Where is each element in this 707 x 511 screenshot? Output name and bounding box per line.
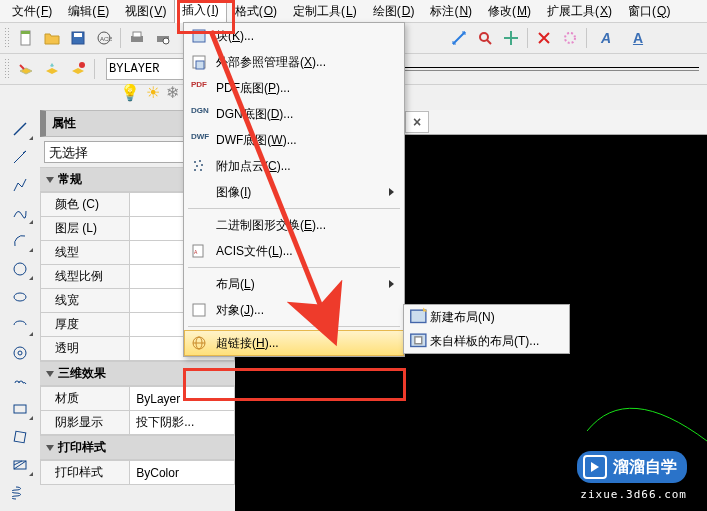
- svg-point-9: [163, 38, 169, 44]
- svg-rect-47: [415, 337, 422, 344]
- svg-rect-23: [14, 431, 26, 443]
- svg-rect-45: [411, 310, 426, 322]
- group-3d[interactable]: 三维效果: [40, 361, 235, 386]
- close-tab-button[interactable]: ×: [405, 111, 429, 133]
- submenu-arrow-icon: [389, 280, 394, 288]
- svg-point-36: [201, 164, 203, 166]
- object-icon: [188, 299, 210, 321]
- delete-icon[interactable]: [532, 26, 556, 50]
- helix-tool-icon[interactable]: [5, 480, 35, 506]
- svg-point-14: [79, 62, 85, 68]
- menu-file[interactable]: 文件(F): [4, 0, 60, 23]
- svg-rect-22: [14, 405, 26, 413]
- svg-rect-41: [193, 304, 205, 316]
- svg-rect-30: [193, 30, 205, 42]
- ellipse-tool-icon[interactable]: [5, 284, 35, 310]
- zoom-icon[interactable]: [473, 26, 497, 50]
- svg-point-19: [14, 293, 26, 301]
- menu-ext-tools[interactable]: 扩展工具(X): [539, 0, 620, 23]
- dwf-icon: DWF: [188, 129, 210, 151]
- save-icon[interactable]: [66, 26, 90, 50]
- svg-rect-7: [133, 32, 141, 37]
- svg-line-15: [14, 123, 26, 135]
- menu-item-pdf[interactable]: PDF PDF底图(P)...: [184, 75, 404, 101]
- polyline-tool-icon[interactable]: [5, 172, 35, 198]
- menu-window[interactable]: 窗口(Q): [620, 0, 678, 23]
- line-tool-icon[interactable]: [5, 116, 35, 142]
- ellipse-arc-tool-icon[interactable]: [5, 312, 35, 338]
- menu-item-block[interactable]: 块(K)...: [184, 23, 404, 49]
- pan-icon[interactable]: [499, 26, 523, 50]
- print-icon[interactable]: [125, 26, 149, 50]
- toolbar-grip[interactable]: [4, 27, 10, 49]
- submenu-new-layout[interactable]: 新建布局(N): [404, 305, 569, 329]
- menu-view[interactable]: 视图(V): [117, 0, 174, 23]
- menu-modify[interactable]: 修改(M): [480, 0, 539, 23]
- arc-tool-icon[interactable]: [5, 228, 35, 254]
- text-underline-icon[interactable]: A: [623, 26, 653, 50]
- menu-item-layout[interactable]: 布局(L): [184, 271, 404, 297]
- submenu-arrow-icon: [389, 188, 394, 196]
- menu-item-hyperlink[interactable]: 超链接(H)...: [184, 330, 404, 356]
- svg-point-35: [196, 165, 198, 167]
- snowflake-icon[interactable]: ❄: [166, 83, 179, 102]
- menu-item-image[interactable]: 图像(I): [184, 179, 404, 205]
- insert-menu-dropdown: 块(K)... 外部参照管理器(X)... PDF PDF底图(P)... DG…: [183, 22, 405, 357]
- globe-icon: [188, 332, 210, 354]
- layer-state-3-icon[interactable]: [66, 57, 90, 81]
- watermark-url: zixue.3d66.com: [580, 488, 687, 501]
- menu-format[interactable]: 格式(O): [227, 0, 285, 23]
- lightbulb-icon[interactable]: 💡: [120, 83, 140, 102]
- 3d-table: 材质ByLayer 阴影显示投下阴影...: [40, 386, 235, 435]
- layer-state-1-icon[interactable]: [14, 57, 38, 81]
- svg-text:ACIS: ACIS: [100, 36, 112, 42]
- svg-point-37: [194, 169, 196, 171]
- donut-tool-icon[interactable]: [5, 340, 35, 366]
- menu-edit[interactable]: 编辑(E): [60, 0, 117, 23]
- layer-state-2-icon[interactable]: [40, 57, 64, 81]
- submenu-layout-from-template[interactable]: 来自样板的布局(T)...: [404, 329, 569, 353]
- hatch-tool-icon[interactable]: [5, 452, 35, 478]
- menu-dimension[interactable]: 标注(N): [422, 0, 480, 23]
- export-acis-icon[interactable]: ACIS: [92, 26, 116, 50]
- svg-line-11: [487, 40, 491, 44]
- svg-point-33: [194, 161, 196, 163]
- point-cloud-icon: [188, 155, 210, 177]
- polygon-tool-icon[interactable]: [5, 424, 35, 450]
- highlight-icon[interactable]: [558, 26, 582, 50]
- menu-item-binary[interactable]: 二进制图形交换(E)...: [184, 212, 404, 238]
- menu-insert[interactable]: 插入(I): [174, 0, 226, 23]
- svg-point-10: [480, 33, 488, 41]
- print-preview-icon[interactable]: [151, 26, 175, 50]
- ray-tool-icon[interactable]: [5, 144, 35, 170]
- menu-item-acis[interactable]: A ACIS文件(L)...: [184, 238, 404, 264]
- menu-item-point-cloud[interactable]: 附加点云(C)...: [184, 153, 404, 179]
- table-row: 打印样式ByColor: [41, 461, 235, 485]
- new-file-icon[interactable]: [14, 26, 38, 50]
- template-layout-icon: [408, 330, 430, 352]
- menu-item-dgn[interactable]: DGN DGN底图(D)...: [184, 101, 404, 127]
- svg-point-34: [199, 160, 201, 162]
- menu-draw[interactable]: 绘图(D): [365, 0, 423, 23]
- menu-item-xref[interactable]: 外部参照管理器(X)...: [184, 49, 404, 75]
- svg-point-20: [14, 347, 26, 359]
- selection-dropdown[interactable]: 无选择: [44, 141, 201, 163]
- menu-item-object[interactable]: 对象(J)...: [184, 297, 404, 323]
- text-style-icon[interactable]: A: [591, 26, 621, 50]
- spline-tool-icon[interactable]: [5, 200, 35, 226]
- acis-icon: A: [188, 240, 210, 262]
- rectangle-tool-icon[interactable]: [5, 396, 35, 422]
- measure-icon[interactable]: [447, 26, 471, 50]
- layer-visibility-icons: 💡 ☀ ❄: [120, 83, 179, 102]
- menu-custom-tools[interactable]: 定制工具(L): [285, 0, 365, 23]
- circle-tool-icon[interactable]: [5, 256, 35, 282]
- sun-icon[interactable]: ☀: [146, 83, 160, 102]
- menu-item-dwf[interactable]: DWF DWF底图(W)...: [184, 127, 404, 153]
- group-plot[interactable]: 打印样式: [40, 435, 235, 460]
- svg-point-38: [200, 169, 202, 171]
- toolbar-grip[interactable]: [4, 58, 10, 80]
- plot-table: 打印样式ByColor: [40, 460, 235, 485]
- open-file-icon[interactable]: [40, 26, 64, 50]
- svg-point-18: [14, 263, 26, 275]
- revcloud-tool-icon[interactable]: [5, 368, 35, 394]
